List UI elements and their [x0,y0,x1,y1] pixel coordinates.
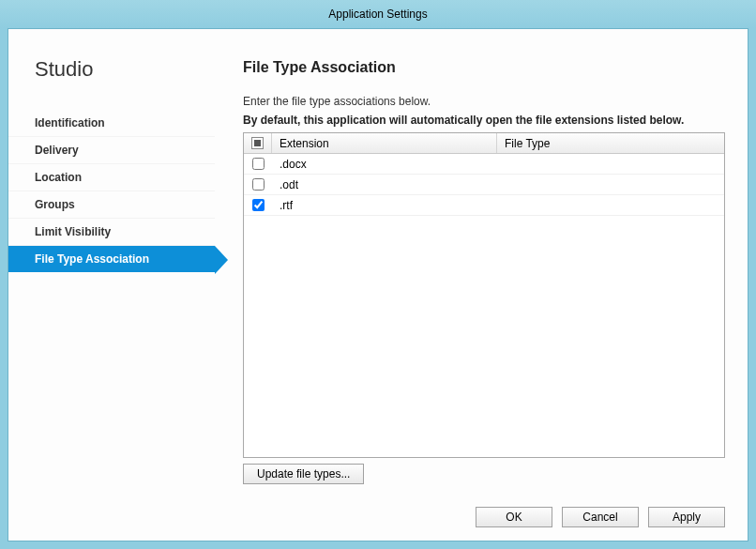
table-row[interactable]: .docx [244,154,724,175]
instruction-text-2: By default, this application will automa… [243,114,725,127]
cell-extension: .odt [280,178,298,191]
sidebar-item-groups[interactable]: Groups [8,191,215,219]
sidebar-item-label: Location [35,171,82,184]
right-pane: File Type Association Enter the file typ… [215,29,748,496]
sidebar-item-label: Delivery [35,144,79,157]
sidebar-item-label: Limit Visibility [35,225,111,238]
sidebar-nav: Identification Delivery Location Groups … [8,110,215,272]
column-header-file-type[interactable]: File Type [497,133,724,153]
file-type-grid: Extension File Type .docx [243,132,725,458]
sidebar-item-delivery[interactable]: Delivery [8,137,215,164]
grid-header: Extension File Type [244,133,724,154]
page-title: File Type Association [243,59,725,76]
column-header-check [244,133,272,153]
sidebar-item-limit-visibility[interactable]: Limit Visibility [8,219,215,246]
table-row[interactable]: .odt [244,175,724,195]
sidebar-item-label: Groups [35,198,75,211]
sidebar-item-location[interactable]: Location [8,164,215,191]
apply-button[interactable]: Apply [648,507,725,527]
update-row: Update file types... [243,464,725,484]
sidebar-title: Studio [8,57,215,110]
table-row[interactable]: .rtf [244,195,724,216]
row-checkbox[interactable] [252,158,265,170]
dialog-button-bar: OK Cancel Apply [8,496,748,541]
main-split: Studio Identification Delivery Location … [8,29,748,496]
indeterminate-mark-icon [254,140,261,146]
row-checkbox[interactable] [252,199,265,211]
header-checkbox-indeterminate[interactable] [251,137,264,149]
cell-extension: .docx [280,158,307,171]
sidebar: Studio Identification Delivery Location … [8,29,215,496]
update-file-types-button[interactable]: Update file types... [243,464,364,484]
row-checkbox[interactable] [252,178,265,191]
cell-extension: .rtf [280,199,293,212]
sidebar-item-label: Identification [35,116,105,130]
column-header-extension[interactable]: Extension [272,133,497,153]
grid-body: .docx .odt [244,154,724,457]
content-area: Studio Identification Delivery Location … [8,28,748,541]
cancel-button[interactable]: Cancel [562,507,639,527]
instruction-text-1: Enter the file type associations below. [243,95,725,108]
column-header-label: Extension [280,137,329,150]
window-titlebar: Application Settings [0,0,756,28]
window: Application Settings Studio Identificati… [0,0,756,549]
ok-button[interactable]: OK [476,507,552,527]
sidebar-item-label: File Type Association [35,252,149,266]
window-title-text: Application Settings [328,8,427,21]
column-header-label: File Type [505,137,550,150]
sidebar-item-identification[interactable]: Identification [8,110,215,137]
sidebar-item-file-type-association[interactable]: File Type Association [8,246,215,272]
